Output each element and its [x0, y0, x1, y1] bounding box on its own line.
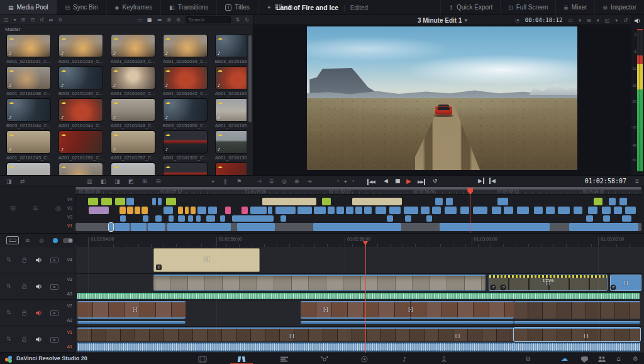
overview-clip[interactable] — [115, 198, 125, 205]
overview-clip[interactable] — [588, 207, 597, 214]
media-clip[interactable]: ☁♪A001_02161033_C... — [58, 34, 103, 66]
media-clip[interactable]: ☁♪A001_02161043_C... — [215, 66, 247, 98]
overview-clip[interactable] — [322, 198, 331, 205]
sort-icon[interactable]: ⇅ — [236, 17, 240, 23]
viewer-stage[interactable] — [253, 25, 631, 175]
media-clip[interactable]: ☁♪A001_02161040_C... — [111, 66, 155, 98]
timeline-view-icon[interactable] — [6, 236, 19, 244]
track-label[interactable]: V3 — [67, 277, 72, 282]
auto-select-icon[interactable]: ⇅ — [6, 283, 11, 289]
loop-button[interactable]: ↺ — [433, 178, 438, 184]
overview-clip[interactable] — [497, 198, 508, 205]
overview-clip[interactable] — [135, 207, 141, 214]
overview-clip[interactable] — [389, 207, 401, 214]
timeline-clip[interactable] — [514, 321, 641, 324]
overview-clip[interactable] — [446, 198, 453, 205]
overview-clip[interactable] — [164, 207, 173, 214]
thumbnail-view-icon[interactable]: ▦ — [147, 17, 152, 23]
overview-clip[interactable] — [387, 215, 393, 222]
media-clip[interactable]: ☁♪A001_02161034_C... — [163, 34, 208, 66]
lock-icon[interactable] — [21, 257, 27, 263]
overview-clip[interactable] — [119, 207, 126, 214]
collaboration-icon[interactable] — [597, 356, 606, 362]
overview-clip[interactable] — [517, 207, 529, 214]
main-ruler[interactable]: 01:02:54:0001:02:56:0001:02:58:0001:03:0… — [75, 234, 641, 247]
jump-icon[interactable]: ⇥ — [307, 178, 312, 185]
lock-icon[interactable] — [21, 283, 27, 290]
search-input[interactable] — [186, 16, 231, 23]
overview-clip[interactable] — [603, 215, 611, 222]
swap-timeline-icon[interactable]: ⇄ — [20, 178, 25, 185]
relink-icon[interactable]: ⇄ — [49, 17, 53, 23]
home-icon[interactable]: ⌂ — [616, 355, 621, 363]
lock-icon[interactable] — [21, 336, 27, 343]
scopes-icon[interactable]: ⊞ — [10, 204, 16, 212]
viewer-quality-icon[interactable]: ▭ — [568, 18, 573, 23]
media-clip[interactable]: ☁♪ — [111, 162, 155, 175]
insert-clip-icon[interactable]: ▥ — [87, 178, 92, 185]
audio-wave-icon[interactable]: ≋ — [33, 204, 38, 212]
track-header-v3-a3[interactable]: ⇅ V3 A3 — [0, 273, 75, 300]
overview-clip[interactable] — [614, 207, 623, 214]
overview-clip[interactable] — [114, 223, 130, 231]
page-fusion[interactable] — [314, 355, 335, 363]
overview-clip[interactable] — [405, 215, 411, 222]
tab-sync-bin[interactable]: ⊟Sync Bin — [57, 0, 107, 14]
overview-clip[interactable] — [460, 207, 469, 214]
tab-titles[interactable]: TTitles — [217, 0, 258, 14]
media-clip[interactable]: ☁♪B003_02151044_C... — [6, 98, 51, 130]
auto-select-icon[interactable]: ⇅ — [6, 336, 11, 342]
overview-clip[interactable] — [178, 215, 185, 222]
overview-clip[interactable] — [426, 215, 432, 222]
overview-clip[interactable] — [191, 207, 196, 214]
overview-clip[interactable] — [609, 198, 616, 205]
track-label[interactable]: V4 — [67, 258, 72, 262]
mark-icon[interactable]: ⊕ — [294, 178, 299, 185]
trim-mode-icon[interactable]: ⊣ — [257, 178, 262, 185]
lock-icon[interactable] — [21, 310, 27, 316]
overview-clip[interactable] — [232, 215, 274, 222]
overview-clip[interactable] — [152, 198, 156, 205]
overview-clip[interactable] — [594, 198, 602, 205]
overview-clip[interactable] — [196, 215, 201, 222]
timeline-clip[interactable] — [153, 275, 485, 291]
mute-speaker-icon[interactable] — [35, 257, 43, 263]
list-view-icon[interactable]: ≣ — [167, 17, 171, 23]
inspector-button[interactable]: ⊚Inspector — [594, 0, 644, 14]
overview-clip[interactable] — [314, 207, 326, 214]
flag-icon[interactable]: ⚑ — [236, 178, 242, 185]
overview-clip[interactable] — [169, 215, 174, 222]
media-clip[interactable]: ☁♪A001_02161031_C... — [6, 34, 51, 66]
panel-toggle-icon[interactable]: ◫ — [4, 17, 9, 23]
overview-clip[interactable] — [622, 215, 631, 222]
media-clip[interactable]: ☁♪A001_02161034_C... — [111, 34, 155, 66]
timeline-clip[interactable] — [77, 301, 186, 319]
quick-export-button[interactable]: ↥Quick Export — [440, 0, 500, 14]
play-to-in-button[interactable]: ◀ — [489, 178, 496, 184]
overview-clip[interactable] — [178, 207, 183, 214]
new-bin-icon[interactable]: ⊞ — [21, 17, 26, 23]
overview-clip[interactable] — [473, 207, 487, 214]
overview-clip[interactable] — [155, 215, 162, 222]
timeline-clip[interactable] — [77, 327, 514, 341]
media-clip[interactable]: ☁♪ — [58, 162, 103, 175]
overview-clip[interactable] — [435, 198, 443, 205]
snap-indicator-icon[interactable] — [53, 238, 58, 243]
overview-clip[interactable] — [445, 207, 457, 214]
media-clip[interactable]: ☁♪ — [163, 162, 208, 175]
overview-clip[interactable] — [619, 198, 627, 205]
overview-clip[interactable] — [185, 207, 189, 214]
transform-icon[interactable]: ◎ — [55, 204, 62, 212]
overview-clip[interactable] — [352, 198, 402, 205]
strip-view-icon[interactable]: ▬ — [157, 17, 162, 23]
overview-clip[interactable] — [143, 215, 148, 222]
panels-icon[interactable]: ⧉ — [526, 355, 530, 363]
overview-clip[interactable] — [336, 207, 344, 214]
overview-clip[interactable] — [364, 207, 372, 214]
track-header-v2-a2[interactable]: ⇅ V2 A2 — [0, 300, 75, 326]
overview-clip[interactable] — [206, 215, 215, 222]
overview-clip[interactable] — [328, 207, 335, 214]
go-to-start-button[interactable]: ◀◀ — [367, 179, 375, 185]
media-clip[interactable]: ☁♪ — [6, 162, 51, 175]
overview-clip[interactable] — [167, 223, 231, 231]
